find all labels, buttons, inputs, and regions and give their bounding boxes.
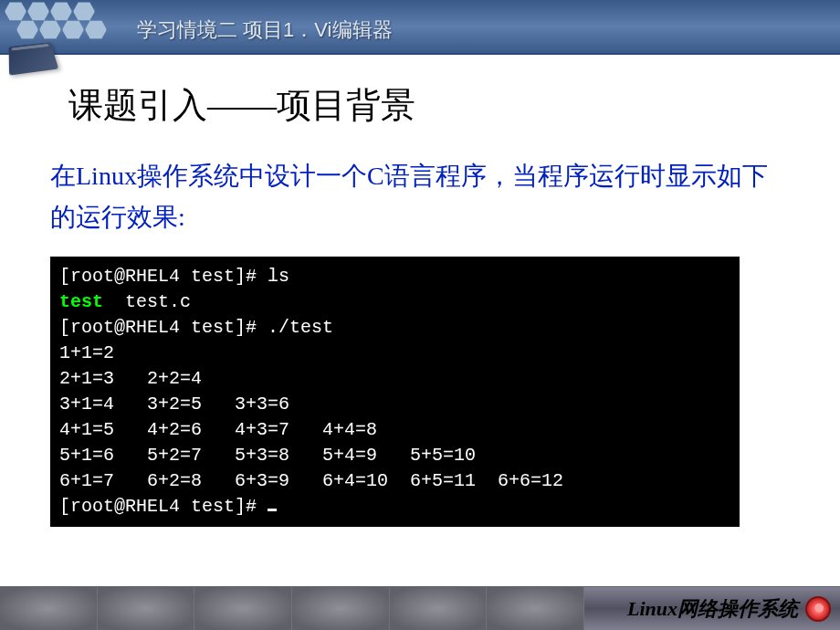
footer-tile bbox=[390, 587, 488, 630]
cursor-icon bbox=[268, 509, 277, 511]
ls-file: test.c bbox=[103, 291, 191, 312]
terminal-line-prompt2: [root@RHEL4 test]# ./test bbox=[59, 315, 730, 341]
footer-tile bbox=[98, 587, 195, 630]
terminal-line-prompt3: [root@RHEL4 test]# bbox=[59, 494, 730, 520]
header-bar: 学习情境二 项目1．Vi编辑器 bbox=[0, 0, 840, 55]
linux-logo-icon bbox=[805, 596, 831, 622]
command-text: ls bbox=[268, 266, 289, 287]
header-title: 学习情境二 项目1．Vi编辑器 bbox=[137, 16, 393, 44]
terminal-output-line: 2+1=3 2+2=4 bbox=[59, 366, 730, 392]
book-icon bbox=[9, 41, 64, 82]
footer-tile bbox=[194, 587, 292, 630]
footer-tile bbox=[487, 587, 584, 630]
footer-text: Linux网络操作系统 bbox=[627, 595, 798, 623]
command-text: ./test bbox=[268, 317, 333, 338]
prompt-text: [root@RHEL4 test]# bbox=[59, 496, 268, 517]
terminal-line-prompt1: [root@RHEL4 test]# ls bbox=[59, 264, 730, 289]
footer-bar: Linux网络操作系统 bbox=[0, 586, 840, 630]
section-title: 课题引入——项目背景 bbox=[68, 82, 790, 129]
ls-executable: test bbox=[59, 291, 103, 312]
terminal-output-line: 4+1=5 4+2=6 4+3=7 4+4=8 bbox=[59, 417, 730, 443]
footer-tile bbox=[292, 587, 390, 630]
terminal-output-line: 6+1=7 6+2=8 6+3=9 6+4=10 6+5=11 6+6=12 bbox=[59, 468, 730, 494]
description-text: 在Linux操作系统中设计一个C语言程序，当程序运行时显示如下的运行效果: bbox=[50, 156, 790, 238]
terminal-output-line: 3+1=4 3+2=5 3+3=6 bbox=[59, 392, 730, 417]
footer-tiles bbox=[0, 587, 584, 630]
prompt-text: [root@RHEL4 test]# bbox=[59, 317, 268, 338]
footer-tile bbox=[0, 587, 98, 630]
terminal-line-ls: test test.c bbox=[59, 289, 730, 315]
prompt-text: [root@RHEL4 test]# bbox=[59, 266, 268, 287]
terminal-output-line: 5+1=6 5+2=7 5+3=8 5+4=9 5+5=10 bbox=[59, 443, 730, 468]
terminal-output: [root@RHEL4 test]# ls test test.c [root@… bbox=[50, 257, 740, 527]
terminal-output-line: 1+1=2 bbox=[59, 341, 730, 366]
slide-content: 课题引入——项目背景 在Linux操作系统中设计一个C语言程序，当程序运行时显示… bbox=[0, 55, 840, 554]
